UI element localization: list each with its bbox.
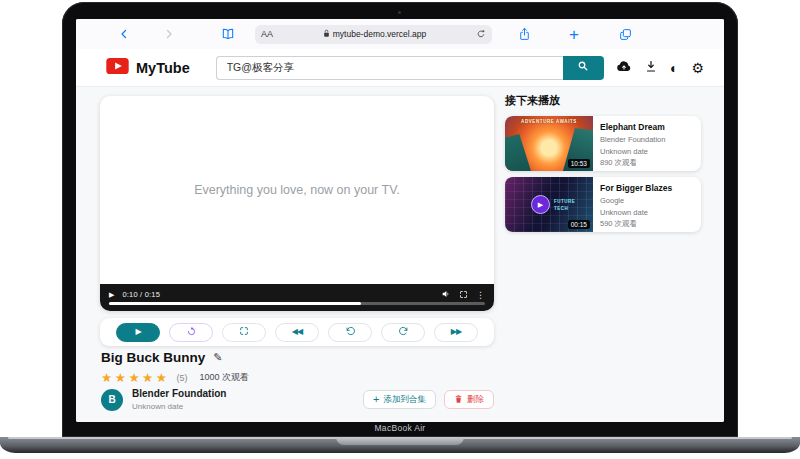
theme-toggle-button[interactable]: ◐ — [670, 61, 678, 75]
macbook-label: MacBook Air — [62, 423, 738, 433]
player-control-bar: ▶ 0:10 / 0:15 ⋮ — [100, 284, 494, 311]
duration-badge: 10:53 — [568, 159, 590, 168]
mytube-tv-icon — [106, 58, 129, 78]
tab-overview-button[interactable] — [619, 28, 632, 41]
view-count: 1000 次观看 — [200, 371, 250, 384]
search-icon — [577, 60, 589, 75]
loop-button[interactable] — [169, 323, 213, 342]
cloud-upload-icon — [616, 60, 632, 75]
skip-ahead-button[interactable] — [381, 323, 425, 342]
add-to-collection-label: 添加到合集 — [384, 394, 427, 406]
playnext-channel: Blender Foundation — [600, 135, 665, 144]
upload-button[interactable] — [616, 60, 632, 75]
thumbnail-caption: ADVENTURE AWAITS — [505, 119, 593, 124]
contrast-icon: ◐ — [670, 61, 678, 75]
thumbnail-caption: FUTURE TECH — [554, 199, 578, 213]
macbook-mockup: AA mytube-demo.vercel.app + — [0, 0, 800, 459]
duration-badge: 00:15 — [568, 220, 590, 229]
delete-label: 删除 — [467, 394, 484, 406]
refresh-icon — [476, 29, 486, 39]
player-message: Everything you love, now on your TV. — [194, 183, 400, 197]
fast-forward-button[interactable]: ▶▶ — [434, 323, 478, 342]
play-icon: ▶ — [135, 328, 140, 336]
player-menu-button[interactable]: ⋮ — [476, 290, 485, 300]
mytube-logo[interactable]: MyTube — [106, 58, 190, 78]
brand-name: MyTube — [136, 60, 190, 76]
player-play-button[interactable]: ▶ — [109, 291, 114, 299]
laptop-screen-bezel: AA mytube-demo.vercel.app + — [62, 2, 738, 437]
player-time: 0:10 / 0:15 — [122, 290, 160, 299]
rewind-button[interactable]: ◀◀ — [275, 323, 319, 342]
channel-row: B Blender Foundation Unknown date + 添加到合… — [101, 388, 494, 411]
gear-icon: ⚙ — [691, 61, 704, 75]
fullscreen-button[interactable] — [222, 323, 266, 342]
delete-button[interactable]: 删除 — [444, 390, 494, 409]
video-actions: + 添加到合集 删除 — [363, 390, 494, 409]
playnext-card-elephant-dream[interactable]: ADVENTURE AWAITS 10:53 Elephant Dream Bl… — [505, 116, 701, 171]
main-content: Everything you love, now on your TV. ▶ 0… — [76, 87, 724, 422]
search-bar — [216, 56, 604, 80]
lock-icon — [323, 29, 330, 40]
star-rating[interactable]: ★★★★★ — [101, 370, 170, 385]
edit-title-button[interactable]: ✎ — [213, 351, 222, 364]
settings-button[interactable]: ⚙ — [691, 61, 704, 75]
new-tab-button[interactable]: + — [569, 26, 579, 43]
laptop-base — [0, 437, 800, 453]
refresh-button[interactable] — [476, 29, 486, 39]
browser-toolbar: AA mytube-demo.vercel.app + — [76, 19, 724, 49]
base-notch — [336, 437, 464, 445]
rewind-icon: ◀◀ — [292, 328, 302, 336]
book-icon — [221, 27, 235, 41]
volume-button[interactable] — [441, 287, 451, 302]
share-button[interactable] — [518, 27, 531, 41]
fast-forward-icon: ▶▶ — [451, 328, 461, 336]
title-row: Big Buck Bunny ✎ — [101, 350, 222, 365]
download-button[interactable] — [645, 60, 657, 76]
plus-icon: + — [569, 26, 579, 43]
rotate-ccw-icon — [345, 326, 356, 339]
bookmarks-button[interactable] — [221, 27, 235, 41]
app-header: MyTube ◐ ⚙ — [76, 49, 724, 87]
replay-back-button[interactable] — [328, 323, 372, 342]
video-thumbnail: ▶ FUTURE TECH 00:15 — [505, 177, 593, 232]
playnext-sidebar: 接下来播放 ADVENTURE AWAITS 10:53 Elephant Dr… — [505, 93, 701, 238]
video-player[interactable]: Everything you love, now on your TV. ▶ 0… — [100, 96, 494, 311]
play-button[interactable]: ▶ — [116, 323, 160, 342]
playnext-views: 890 次观看 — [600, 158, 665, 168]
channel-name[interactable]: Blender Foundation — [132, 388, 226, 399]
plus-icon: + — [373, 394, 379, 405]
header-actions: ◐ ⚙ — [616, 60, 704, 76]
playnext-title: For Bigger Blazes — [600, 183, 672, 193]
volume-icon — [441, 287, 451, 302]
browser-window: AA mytube-demo.vercel.app + — [76, 19, 724, 422]
search-button[interactable] — [563, 56, 604, 80]
reader-mode-button[interactable]: AA — [261, 29, 273, 39]
download-icon — [645, 60, 657, 76]
chevron-right-icon — [163, 28, 175, 40]
playnext-title: Elephant Dream — [600, 122, 665, 132]
webcam-dot — [398, 11, 401, 14]
trash-icon — [454, 394, 463, 406]
playnext-channel: Google — [600, 196, 672, 205]
rating-row: ★★★★★ (5) 1000 次观看 — [101, 370, 249, 385]
rating-count: (5) — [177, 373, 188, 383]
playnext-card-for-bigger-blazes[interactable]: ▶ FUTURE TECH 00:15 For Bigger Blazes Go… — [505, 177, 701, 232]
progress-bar[interactable] — [109, 302, 485, 305]
browser-forward-button[interactable] — [163, 28, 175, 40]
video-surface[interactable]: Everything you love, now on your TV. — [100, 96, 494, 284]
url-bar[interactable]: AA mytube-demo.vercel.app — [255, 25, 492, 44]
add-to-collection-button[interactable]: + 添加到合集 — [363, 390, 436, 409]
browser-back-button[interactable] — [118, 28, 130, 40]
loop-icon — [186, 326, 197, 339]
upload-date: Unknown date — [132, 402, 226, 411]
chevron-left-icon — [118, 28, 130, 40]
transport-controls: ▶ ◀◀ ▶▶ — [100, 318, 494, 346]
playnext-date: Unknown date — [600, 208, 672, 217]
pip-button[interactable] — [459, 287, 468, 302]
playnext-date: Unknown date — [600, 147, 665, 156]
pencil-icon: ✎ — [213, 351, 222, 363]
fullscreen-icon — [239, 326, 249, 338]
url-text: mytube-demo.vercel.app — [333, 29, 427, 39]
search-input[interactable] — [216, 56, 563, 80]
channel-avatar[interactable]: B — [101, 389, 123, 411]
